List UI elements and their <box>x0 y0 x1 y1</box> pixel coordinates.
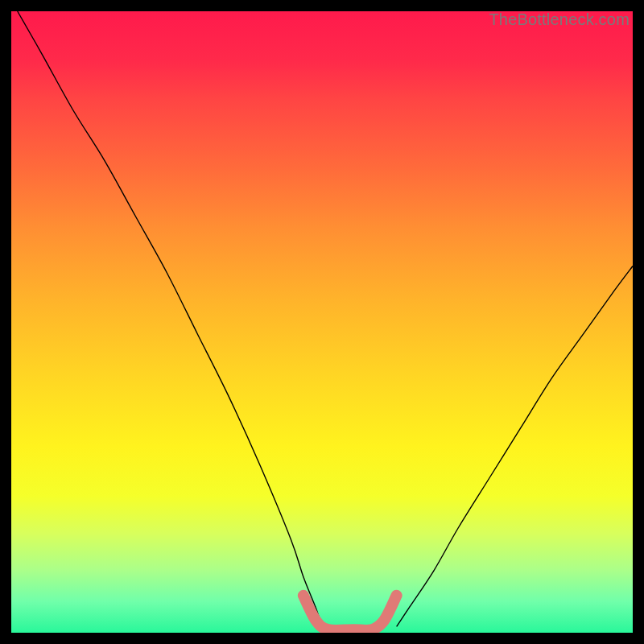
plot-area: TheBottleneck.com <box>11 11 633 633</box>
right-curve <box>397 266 633 627</box>
chart-frame: TheBottleneck.com <box>0 0 644 644</box>
chart-svg <box>11 11 633 633</box>
left-curve <box>18 11 322 626</box>
valley-marker <box>303 596 397 630</box>
